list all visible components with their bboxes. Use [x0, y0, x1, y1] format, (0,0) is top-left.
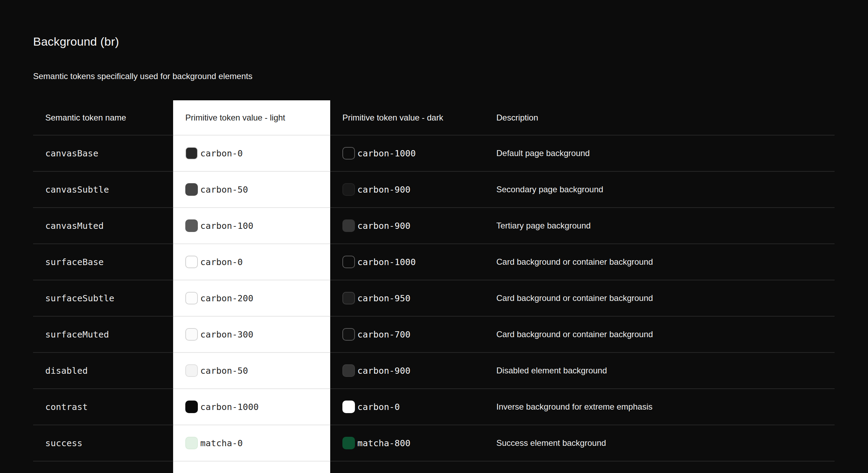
cell-light-value: carbon-0	[173, 135, 330, 172]
dark-color-swatch	[342, 437, 355, 449]
description-label: Card background or container background	[496, 257, 653, 267]
description-label: Tertiary page background	[496, 221, 591, 231]
table-row: contrast carbon-1000 carbon-0 Inverse ba…	[33, 389, 835, 425]
dark-value-label: carbon-950	[357, 293, 411, 303]
token-name-label: surfaceMuted	[45, 329, 109, 340]
description-label: Default page background	[496, 148, 590, 158]
dark-color-swatch	[342, 292, 355, 304]
table-row: canvasBase carbon-0 carbon-1000 Default …	[33, 135, 835, 172]
light-color-swatch	[185, 256, 198, 268]
column-header-primitive-value-dark: Primitive token value - dark	[330, 100, 484, 135]
page-subtitle: Semantic tokens specifically used for ba…	[33, 71, 253, 81]
light-value-label: carbon-100	[200, 221, 254, 231]
cell-light-value: carbon-50	[173, 172, 330, 208]
cell-light-value: carbon-100	[173, 208, 330, 244]
table-row-partial	[33, 462, 835, 473]
description-label: Card background or container background	[496, 293, 653, 303]
cell-dark-value: carbon-700	[330, 317, 484, 353]
partial-cell-description	[484, 462, 835, 473]
dark-color-swatch	[342, 219, 355, 232]
light-value-label: carbon-0	[200, 257, 243, 267]
light-color-swatch	[185, 364, 198, 377]
token-table: Semantic token name Primitive token valu…	[33, 100, 835, 473]
description-label: Inverse background for extreme emphasis	[496, 402, 652, 412]
token-name-label: canvasMuted	[45, 221, 104, 231]
light-color-swatch	[185, 401, 198, 413]
light-color-swatch	[185, 292, 198, 304]
light-value-label: carbon-50	[200, 366, 248, 376]
cell-token-name: canvasMuted	[33, 208, 173, 244]
light-color-swatch	[185, 147, 198, 160]
cell-description: Disabled element background	[484, 353, 835, 389]
cell-light-value: carbon-1000	[173, 389, 330, 425]
cell-dark-value: carbon-900	[330, 353, 484, 389]
light-color-swatch	[185, 183, 198, 196]
cell-token-name: surfaceSubtle	[33, 280, 173, 317]
table-row: surfaceSubtle carbon-200 carbon-950 Card…	[33, 280, 835, 317]
light-color-swatch	[185, 219, 198, 232]
table-header-row: Semantic token name Primitive token valu…	[33, 100, 835, 135]
table-row: canvasMuted carbon-100 carbon-900 Tertia…	[33, 208, 835, 244]
cell-light-value: carbon-0	[173, 244, 330, 280]
partial-cell-token	[33, 462, 173, 473]
dark-value-label: carbon-900	[357, 366, 411, 376]
cell-token-name: surfaceMuted	[33, 317, 173, 353]
page-title: Background (br)	[33, 35, 119, 48]
light-value-label: carbon-1000	[200, 402, 259, 412]
cell-description: Success element background	[484, 425, 835, 462]
light-value-label: carbon-300	[200, 329, 254, 340]
dark-color-swatch	[342, 183, 355, 196]
cell-dark-value: carbon-0	[330, 389, 484, 425]
cell-description: Card background or container background	[484, 317, 835, 353]
dark-value-label: carbon-900	[357, 185, 411, 195]
table-row: canvasSubtle carbon-50 carbon-900 Second…	[33, 172, 835, 208]
cell-light-value: carbon-50	[173, 353, 330, 389]
dark-value-label: carbon-700	[357, 329, 411, 340]
cell-token-name: contrast	[33, 389, 173, 425]
cell-dark-value: carbon-950	[330, 280, 484, 317]
token-name-label: surfaceBase	[45, 257, 104, 267]
token-name-label: disabled	[45, 366, 88, 376]
cell-dark-value: matcha-800	[330, 425, 484, 462]
dark-value-label: carbon-900	[357, 221, 411, 231]
cell-token-name: success	[33, 425, 173, 462]
light-value-label: carbon-200	[200, 293, 254, 303]
cell-description: Card background or container background	[484, 244, 835, 280]
cell-dark-value: carbon-900	[330, 172, 484, 208]
column-header-description: Description	[484, 100, 835, 135]
table-row: disabled carbon-50 carbon-900 Disabled e…	[33, 353, 835, 389]
cell-description: Tertiary page background	[484, 208, 835, 244]
token-name-label: canvasSubtle	[45, 185, 109, 195]
partial-cell-dark-value	[330, 462, 484, 473]
light-color-swatch	[185, 437, 198, 449]
dark-value-label: carbon-1000	[357, 148, 416, 158]
token-name-label: surfaceSubtle	[45, 293, 114, 303]
token-name-label: canvasBase	[45, 148, 99, 158]
column-header-semantic-token-name: Semantic token name	[33, 100, 173, 135]
description-label: Secondary page background	[496, 185, 603, 194]
cell-token-name: surfaceBase	[33, 244, 173, 280]
dark-color-swatch	[342, 328, 355, 341]
table-body: canvasBase carbon-0 carbon-1000 Default …	[33, 135, 835, 462]
page: Background (br) Semantic tokens specific…	[0, 0, 868, 473]
dark-color-swatch	[342, 256, 355, 268]
light-value-label: carbon-0	[200, 148, 243, 158]
column-header-primitive-value-light: Primitive token value - light	[173, 100, 330, 135]
partial-cell-light-value	[173, 462, 330, 473]
dark-value-label: carbon-0	[357, 402, 400, 412]
cell-description: Default page background	[484, 135, 835, 172]
dark-value-label: matcha-800	[357, 438, 411, 448]
cell-light-value: carbon-300	[173, 317, 330, 353]
table-row: success matcha-0 matcha-800 Success elem…	[33, 425, 835, 462]
dark-value-label: carbon-1000	[357, 257, 416, 267]
cell-description: Inverse background for extreme emphasis	[484, 389, 835, 425]
cell-dark-value: carbon-1000	[330, 244, 484, 280]
dark-color-swatch	[342, 401, 355, 413]
cell-description: Card background or container background	[484, 280, 835, 317]
dark-color-swatch	[342, 147, 355, 160]
cell-dark-value: carbon-900	[330, 208, 484, 244]
cell-light-value: carbon-200	[173, 280, 330, 317]
cell-token-name: canvasSubtle	[33, 172, 173, 208]
table-row: surfaceBase carbon-0 carbon-1000 Card ba…	[33, 244, 835, 280]
description-label: Card background or container background	[496, 329, 653, 339]
